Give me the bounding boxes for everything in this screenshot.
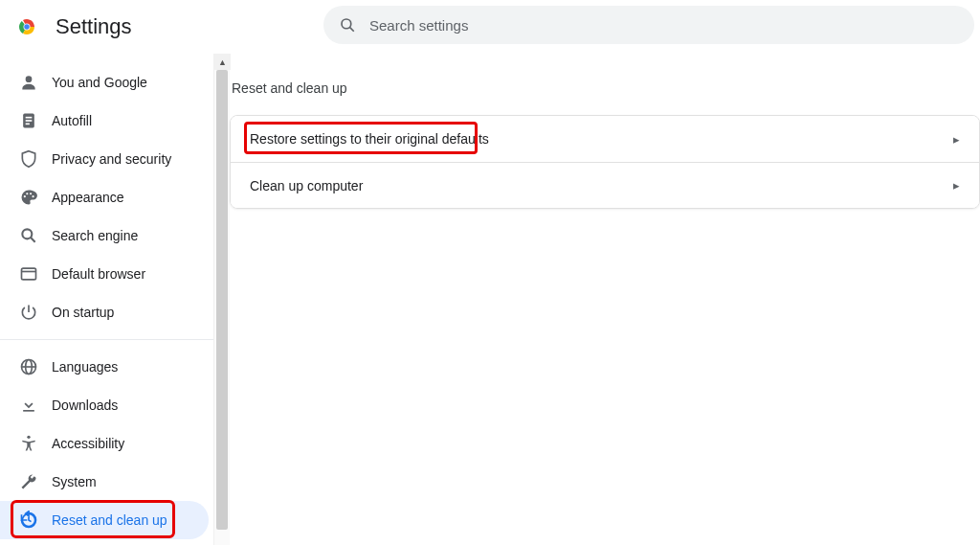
svg-point-3 bbox=[342, 19, 351, 29]
wrench-icon bbox=[19, 472, 52, 491]
sidebar-divider bbox=[0, 339, 230, 340]
globe-icon bbox=[19, 357, 52, 376]
browser-icon bbox=[19, 264, 52, 284]
accessibility-icon bbox=[19, 434, 52, 453]
chrome-logo-icon bbox=[15, 15, 56, 38]
svg-point-5 bbox=[26, 76, 33, 82]
svg-point-2 bbox=[24, 24, 30, 30]
sidebar-item-label: Default browser bbox=[52, 266, 145, 282]
palette-icon bbox=[19, 188, 52, 207]
svg-line-4 bbox=[350, 28, 354, 32]
search-input[interactable] bbox=[369, 17, 959, 34]
power-icon bbox=[19, 303, 52, 322]
sidebar-item-reset[interactable]: Reset and clean up bbox=[0, 501, 209, 539]
restore-icon bbox=[19, 511, 52, 530]
sidebar-item-label: Accessibility bbox=[52, 436, 124, 451]
row-label: Restore settings to their original defau… bbox=[250, 131, 489, 147]
shield-icon bbox=[19, 149, 52, 169]
row-label: Clean up computer bbox=[250, 178, 363, 193]
sidebar-item-label: Search engine bbox=[52, 228, 138, 243]
sidebar-item-label: System bbox=[52, 474, 97, 489]
svg-point-14 bbox=[22, 229, 32, 238]
main-content: Reset and clean up Restore settings to t… bbox=[230, 54, 980, 545]
sidebar-item-label: Reset and clean up bbox=[52, 512, 167, 528]
scrollbar[interactable]: ▲ bbox=[213, 54, 230, 545]
person-icon bbox=[19, 73, 52, 92]
svg-rect-8 bbox=[26, 120, 33, 122]
autofill-icon bbox=[19, 111, 52, 130]
sidebar-item-system[interactable]: System bbox=[0, 463, 209, 501]
sidebar-item-appearance[interactable]: Appearance bbox=[0, 178, 209, 216]
search-bar[interactable] bbox=[323, 6, 974, 44]
sidebar-item-label: You and Google bbox=[52, 75, 147, 90]
sidebar-item-downloads[interactable]: Downloads bbox=[0, 386, 209, 424]
search-icon bbox=[339, 16, 356, 34]
search-icon bbox=[19, 226, 52, 245]
sidebar-item-privacy[interactable]: Privacy and security bbox=[0, 140, 209, 178]
svg-rect-7 bbox=[26, 117, 33, 119]
svg-line-15 bbox=[31, 238, 35, 242]
sidebar: You and Google Autofill Privacy and secu… bbox=[0, 54, 230, 545]
download-icon bbox=[19, 396, 52, 415]
svg-point-13 bbox=[33, 195, 34, 197]
sidebar-item-label: Autofill bbox=[52, 113, 92, 128]
sidebar-item-accessibility[interactable]: Accessibility bbox=[0, 424, 209, 463]
restore-defaults-row[interactable]: Restore settings to their original defau… bbox=[231, 116, 979, 162]
page-title: Settings bbox=[56, 14, 132, 39]
sidebar-item-autofill[interactable]: Autofill bbox=[0, 102, 209, 140]
svg-point-12 bbox=[30, 193, 32, 194]
section-title: Reset and clean up bbox=[232, 80, 980, 96]
sidebar-item-label: On startup bbox=[52, 305, 114, 320]
svg-rect-21 bbox=[23, 410, 34, 412]
sidebar-item-label: Downloads bbox=[52, 397, 118, 413]
cleanup-computer-row[interactable]: Clean up computer ▸ bbox=[231, 162, 979, 208]
sidebar-item-search-engine[interactable]: Search engine bbox=[0, 216, 209, 255]
sidebar-item-label: Appearance bbox=[52, 190, 124, 205]
sidebar-item-on-startup[interactable]: On startup bbox=[0, 293, 209, 331]
sidebar-item-languages[interactable]: Languages bbox=[0, 348, 209, 386]
chevron-right-icon: ▸ bbox=[953, 132, 960, 147]
svg-point-10 bbox=[24, 195, 26, 197]
scrollbar-thumb[interactable] bbox=[216, 70, 228, 530]
svg-rect-9 bbox=[26, 124, 30, 125]
svg-rect-16 bbox=[22, 268, 36, 280]
scroll-up-icon[interactable]: ▲ bbox=[214, 54, 231, 70]
sidebar-item-default-browser[interactable]: Default browser bbox=[0, 255, 209, 293]
sidebar-item-label: Privacy and security bbox=[52, 151, 171, 167]
reset-card: Restore settings to their original defau… bbox=[230, 115, 980, 209]
sidebar-item-you-and-google[interactable]: You and Google bbox=[0, 63, 209, 102]
chevron-right-icon: ▸ bbox=[953, 178, 960, 193]
svg-point-11 bbox=[26, 193, 28, 194]
sidebar-item-label: Languages bbox=[52, 359, 118, 375]
svg-point-22 bbox=[27, 436, 30, 439]
